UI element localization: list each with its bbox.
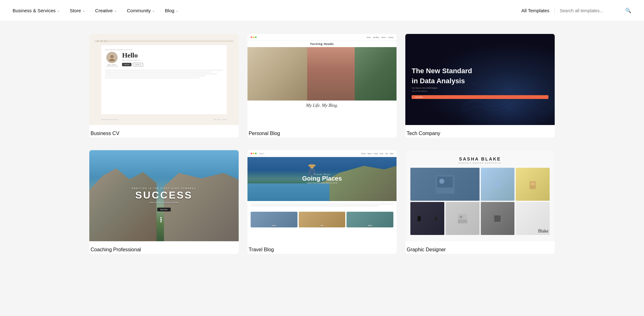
travel-nav-home: Home xyxy=(361,153,365,155)
blog-dot-3 xyxy=(255,36,257,38)
gd-cell-1 xyxy=(410,168,479,201)
cv-buttons: RESUME PROJECTS xyxy=(122,63,223,66)
blog-nav-home: Home xyxy=(367,36,371,38)
coach-hero: AMBITION IS THE FIRST STEP TOWARDS SUCCE… xyxy=(89,157,239,241)
cv-projects-btn: PROJECTS xyxy=(133,63,143,66)
gd-img-5-svg xyxy=(458,214,467,223)
blog-dot-1 xyxy=(251,36,252,38)
search-icon[interactable]: 🔍 xyxy=(625,8,631,14)
tech-sub1: Use Data to Get a 360-Degree xyxy=(412,87,548,89)
cv-avatar xyxy=(106,52,118,63)
gd-img-2-svg xyxy=(493,180,502,189)
card-label-personal-blog: Personal Blog xyxy=(247,125,397,138)
svg-rect-42 xyxy=(494,215,501,222)
card-graphic-designer[interactable]: SASHA BLAKE GRAPHIC DESIGN PORTFOLIO xyxy=(405,150,555,254)
travel-nav-links: Home About Travel Food Tips More xyxy=(361,153,393,155)
travel-nav-search: Search... xyxy=(259,153,359,155)
thumb-coaching: ALLAN JOHNSON Home About Services Blog G… xyxy=(89,150,239,241)
tech-learn-more: Learn More xyxy=(412,95,548,99)
travel-card-label-travel: Travel xyxy=(251,225,297,226)
tech-sub2: View of Your Business xyxy=(412,90,548,92)
gd-name: SASHA BLAKE xyxy=(459,156,501,161)
card-label-graphic-designer: Graphic Designer xyxy=(405,241,555,254)
all-templates-link[interactable]: All Templates xyxy=(521,8,549,13)
nav-right: All Templates 🔍 xyxy=(521,7,631,14)
cv-text-lines xyxy=(105,70,223,78)
nav-label-community: Community xyxy=(127,8,151,13)
svg-point-0 xyxy=(110,55,114,58)
travel-dot-1 xyxy=(251,153,252,154)
nav-item-community[interactable]: Community ⌄ xyxy=(127,8,155,13)
cv-header: Maya Nelson PROJECT MANAGER Hello Here's… xyxy=(105,52,223,67)
nav-item-creative[interactable]: Creative ⌄ xyxy=(95,8,117,13)
nav-label-blog: Blog xyxy=(165,8,174,13)
card-coaching[interactable]: ALLAN JOHNSON Home About Services Blog G… xyxy=(89,150,239,254)
blog-img-left xyxy=(247,47,307,101)
climber-figure xyxy=(159,217,163,224)
travel-going: Going Places xyxy=(302,175,342,182)
nav-item-blog[interactable]: Blog ⌄ xyxy=(165,8,178,13)
card-personal-blog[interactable]: Home My Blog About Contact Turning Heads xyxy=(247,34,397,138)
svg-line-29 xyxy=(161,221,162,222)
cv-hello: Hello xyxy=(122,52,223,59)
travel-body-line-2 xyxy=(251,205,379,206)
card-label-business-cv: Business CV xyxy=(89,125,239,138)
cv-line-5 xyxy=(105,77,199,78)
gd-img-6-svg xyxy=(493,214,502,223)
travel-body xyxy=(247,201,397,210)
cv-tagline: Here's who I am & what I do xyxy=(122,59,223,61)
cv-line-2 xyxy=(105,72,211,73)
cv-dot-3 xyxy=(104,40,106,42)
tech-heading-line1: The New Standard xyxy=(412,67,548,75)
blog-dot-2 xyxy=(253,36,254,38)
cv-top-nav: MAYA NELSON / PROJECT MANAGER xyxy=(105,49,223,51)
nav-item-business[interactable]: Business & Services ⌄ xyxy=(13,8,60,13)
blog-nav-dots xyxy=(251,36,257,38)
svg-point-31 xyxy=(310,165,314,169)
search-input[interactable] xyxy=(560,8,623,13)
travel-nav-about: About xyxy=(367,153,371,155)
chevron-icon-business: ⌄ xyxy=(57,9,60,12)
gd-cell-3 xyxy=(516,168,550,201)
cv-browser-bar xyxy=(94,40,234,42)
blog-img-main xyxy=(307,47,355,101)
blog-img-left-bg xyxy=(247,47,307,101)
card-tech-company[interactable]: VISTA.IO Solutions Vision Programs Blog … xyxy=(405,34,555,138)
nav-item-store[interactable]: Store ⌄ xyxy=(70,8,85,13)
card-label-tech-company: Tech Company xyxy=(405,125,555,138)
travel-nav-dots xyxy=(251,153,257,154)
navbar: Business & Services ⌄ Store ⌄ Creative ⌄… xyxy=(0,0,644,21)
thumb-tech-company: VISTA.IO Solutions Vision Programs Blog … xyxy=(405,34,555,125)
cv-job: PROJECT MANAGER xyxy=(106,66,118,67)
card-label-coaching: Coaching Professional xyxy=(89,241,239,254)
travel-dot-3 xyxy=(255,153,257,154)
coach-cta-btn: Book Now xyxy=(157,208,171,211)
blog-nav-about: About xyxy=(381,36,386,38)
blog-img-main-bg xyxy=(307,47,355,101)
card-business-cv[interactable]: MAYA NELSON / PROJECT MANAGER Maya Nelso… xyxy=(89,34,239,138)
coach-ambition: AMBITION IS THE FIRST STEP TOWARDS xyxy=(132,187,197,189)
blog-site-name: Turning Heads xyxy=(251,42,394,46)
template-grid: MAYA NELSON / PROJECT MANAGER Maya Nelso… xyxy=(89,34,555,254)
travel-title: Travel Blog Going Places I haven't been … xyxy=(302,173,342,184)
thumb-travel-blog: Search... Home About Travel Food Tips Mo… xyxy=(247,150,397,241)
thumb-graphic-designer: SASHA BLAKE GRAPHIC DESIGN PORTFOLIO xyxy=(405,150,555,241)
gd-title: GRAPHIC DESIGN PORTFOLIO xyxy=(459,162,502,164)
svg-point-39 xyxy=(460,216,462,218)
nav-label-business: Business & Services xyxy=(13,8,56,13)
cv-dot-1 xyxy=(97,40,99,42)
card-travel-blog[interactable]: Search... Home About Travel Food Tips Mo… xyxy=(247,150,397,254)
gd-phone-shape-2 xyxy=(435,217,437,221)
nav-divider xyxy=(554,7,555,14)
svg-point-24 xyxy=(160,217,162,218)
blog-title-area: Turning Heads xyxy=(247,41,397,47)
cv-aside: Maya Nelson PROJECT MANAGER xyxy=(105,52,119,67)
travel-card-eat: Eat xyxy=(299,212,346,227)
nav-label-store: Store xyxy=(70,8,81,13)
coach-headline: SUCCESS xyxy=(132,190,197,200)
travel-nav-food: Food xyxy=(380,153,383,155)
gd-portfolio-grid: Blake xyxy=(410,168,550,235)
svg-point-34 xyxy=(439,179,444,184)
cv-dot-2 xyxy=(101,40,103,42)
svg-point-35 xyxy=(494,181,501,188)
